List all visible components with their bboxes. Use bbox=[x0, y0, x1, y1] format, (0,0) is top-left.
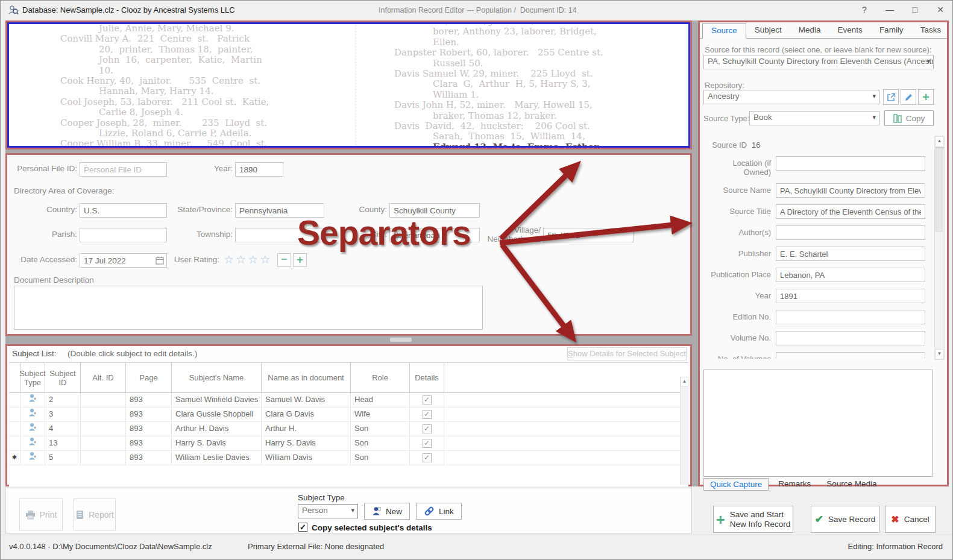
tab-tasks[interactable]: Tasks bbox=[912, 24, 950, 38]
column-header-subject-type[interactable]: Subject Type bbox=[20, 363, 45, 392]
subject-name-cell: Clara Gussie Shopbell bbox=[172, 407, 262, 421]
new-subject-button[interactable]: New bbox=[364, 503, 410, 520]
details-checkbox[interactable]: ✓ bbox=[423, 395, 432, 404]
publication-place-input[interactable] bbox=[776, 268, 925, 282]
rating-plus-button[interactable]: + bbox=[293, 253, 307, 267]
date-accessed-input[interactable] bbox=[80, 253, 167, 268]
star-icon[interactable]: ☆ bbox=[224, 253, 234, 266]
details-checkbox[interactable]: ✓ bbox=[423, 424, 432, 433]
column-header-subject-s-name[interactable]: Subject's Name bbox=[172, 363, 262, 392]
personal-file-id-input[interactable] bbox=[80, 162, 167, 177]
user-rating-label: User Rating: bbox=[158, 255, 219, 264]
quick-capture-area[interactable] bbox=[703, 370, 933, 477]
no-of-volumes-label: No. of Volumes bbox=[703, 352, 776, 359]
column-header-page[interactable]: Page bbox=[126, 363, 172, 392]
save-and-start-button[interactable]: + Save and Start New Info Record bbox=[713, 506, 793, 533]
publisher-input[interactable] bbox=[776, 247, 925, 261]
subject-table-scrollbar[interactable]: ▲ bbox=[680, 377, 688, 485]
tab-source-media[interactable]: Source Media bbox=[820, 478, 882, 491]
repository-select[interactable]: Ancestry ▾ bbox=[703, 90, 879, 104]
source-select[interactable]: PA, Schuylkill County Directory from Ele… bbox=[703, 55, 934, 69]
open-repository-button[interactable] bbox=[883, 89, 899, 105]
source-type-select[interactable]: Book ▾ bbox=[749, 111, 879, 125]
country-input[interactable] bbox=[80, 203, 167, 218]
document-image-pane[interactable]: Julie, Annie, Mary, Michael 9.Convill Ma… bbox=[5, 20, 692, 149]
tab-media[interactable]: Media bbox=[790, 24, 829, 38]
source-name-label: Source Name bbox=[703, 183, 776, 198]
maximize-button[interactable]: □ bbox=[903, 1, 927, 19]
tab-quick-capture[interactable]: Quick Capture bbox=[703, 478, 769, 491]
authors-input[interactable] bbox=[776, 225, 925, 240]
splitter-grip[interactable] bbox=[390, 338, 412, 342]
scroll-up-icon[interactable]: ▲ bbox=[681, 377, 688, 386]
report-button[interactable]: Report bbox=[74, 499, 116, 530]
scroll-up-icon[interactable]: ▲ bbox=[935, 136, 944, 146]
separators-annotation-label: Separators bbox=[297, 213, 471, 253]
star-icon[interactable]: ☆ bbox=[236, 253, 246, 266]
tab-events[interactable]: Events bbox=[829, 24, 871, 38]
tab-remarks[interactable]: Remarks bbox=[772, 478, 817, 491]
scroll-down-icon[interactable]: ▼ bbox=[935, 349, 944, 359]
user-rating-stars[interactable]: ☆☆☆☆ bbox=[224, 253, 272, 266]
row-marker bbox=[9, 407, 20, 421]
column-header-name-as-in-document[interactable]: Name as in document bbox=[262, 363, 351, 392]
row-marker bbox=[9, 436, 20, 450]
year-input[interactable] bbox=[776, 289, 925, 303]
add-repository-button[interactable]: + bbox=[918, 89, 934, 105]
tab-family[interactable]: Family bbox=[871, 24, 912, 38]
print-button[interactable]: Print bbox=[19, 499, 63, 530]
column-header-alt-id[interactable]: Alt. ID bbox=[81, 363, 126, 392]
date-accessed-field[interactable] bbox=[80, 253, 167, 268]
details-checkbox[interactable]: ✓ bbox=[423, 453, 432, 462]
table-row[interactable]: 3893Clara Gussie ShopbellClara G DavisWi… bbox=[9, 407, 688, 422]
location-if-owned-input[interactable] bbox=[776, 156, 925, 171]
pencil-icon bbox=[904, 93, 913, 102]
source-title-input[interactable] bbox=[776, 204, 925, 219]
details-checkbox[interactable]: ✓ bbox=[423, 410, 432, 419]
report-icon bbox=[75, 510, 84, 520]
document-text-line: Clara G, Arthur H, 5, Harry S, 3, bbox=[394, 79, 692, 89]
help-button[interactable]: ? bbox=[852, 1, 876, 19]
alt-id-cell bbox=[81, 451, 126, 465]
column-header-details[interactable]: Details bbox=[410, 363, 444, 392]
edition-no-input[interactable] bbox=[776, 310, 925, 324]
subject-type-select[interactable]: Person ▾ bbox=[298, 504, 358, 518]
table-row[interactable]: 13893Harry S. DavisHarry S. DavisSon✓ bbox=[9, 436, 688, 451]
star-icon[interactable]: ☆ bbox=[248, 253, 258, 266]
minimize-button[interactable]: — bbox=[878, 1, 902, 19]
separator-vertical[interactable] bbox=[692, 20, 698, 486]
table-row[interactable]: 2893Samuel Winfield DaviesSamuel W. Davi… bbox=[9, 393, 688, 407]
copy-source-button[interactable]: Copy bbox=[884, 110, 934, 126]
link-label: Link bbox=[439, 507, 454, 516]
village-input[interactable] bbox=[543, 228, 634, 242]
document-description-input[interactable] bbox=[14, 286, 483, 330]
star-icon[interactable]: ☆ bbox=[260, 253, 270, 266]
table-row[interactable]: ✱5893William Leslie DaviesWilliam DavisS… bbox=[9, 451, 688, 465]
no-of-volumes-input[interactable] bbox=[776, 352, 925, 359]
edit-repository-button[interactable] bbox=[901, 89, 916, 105]
cancel-button[interactable]: ✖ Cancel bbox=[885, 506, 936, 533]
subject-table[interactable]: Subject TypeSubject IDAlt. IDPageSubject… bbox=[9, 362, 688, 486]
source-name-input[interactable] bbox=[776, 183, 925, 198]
table-row[interactable]: 4893Arthur H. DavisArthur H.Son✓ bbox=[9, 422, 688, 436]
volume-no-input[interactable] bbox=[776, 331, 925, 345]
close-button[interactable]: ✕ bbox=[928, 1, 952, 19]
document-column-divider bbox=[356, 25, 356, 145]
parish-input[interactable] bbox=[80, 228, 167, 242]
year-input[interactable] bbox=[235, 162, 283, 177]
show-details-button[interactable]: Show Details for Selected Subject bbox=[567, 347, 687, 360]
column-header-role[interactable]: Role bbox=[351, 363, 410, 392]
link-subject-button[interactable]: Link bbox=[416, 503, 462, 520]
column-header-subject-id[interactable]: Subject ID bbox=[45, 363, 81, 392]
row-marker: ✱ bbox=[9, 451, 20, 465]
tab-subject[interactable]: Subject bbox=[746, 24, 790, 38]
separator-form-subjects[interactable] bbox=[5, 336, 692, 344]
details-checkbox[interactable]: ✓ bbox=[423, 439, 432, 448]
rating-minus-button[interactable]: − bbox=[277, 253, 291, 267]
tab-source[interactable]: Source bbox=[702, 24, 746, 39]
source-fields-scrollbar[interactable]: ▲ ▼ bbox=[934, 136, 945, 360]
scrollbar-thumb[interactable] bbox=[936, 147, 943, 231]
role-cell: Wife bbox=[351, 407, 410, 421]
copy-details-checkbox[interactable]: ✓ bbox=[298, 523, 307, 532]
save-record-button[interactable]: ✔ Save Record bbox=[811, 506, 879, 533]
